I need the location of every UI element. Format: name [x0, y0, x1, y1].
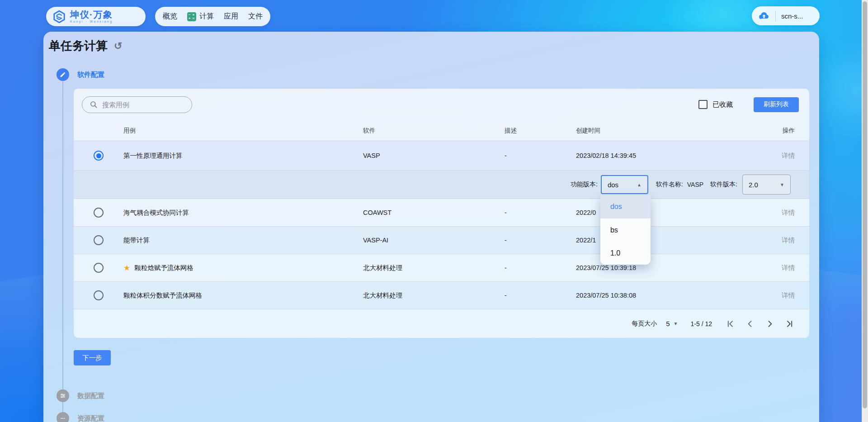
software-version-select[interactable]: 2.0 ▼ [742, 175, 791, 194]
app-window: 坤仪·万象 Kunyi · Wanxiang 概览 − ×+ = 计算 应用 文… [0, 0, 868, 422]
step-resource-config: 资源配置 [57, 412, 104, 422]
scrollbar-track[interactable] [862, 0, 868, 422]
radio-button[interactable] [94, 263, 104, 273]
scrollbar-thumb[interactable] [863, 1, 867, 408]
radio-button[interactable] [94, 208, 104, 218]
user-button[interactable]: scn-s... [752, 6, 820, 25]
feature-version-select[interactable]: dos ▲ dos bs 1.0 [601, 175, 648, 194]
last-page-icon[interactable] [785, 319, 794, 328]
created-time: 2023/07/25 10:38:08 [576, 292, 757, 299]
page-title: 单任务计算 [49, 38, 108, 54]
main-panel: 单任务计算 ↺ 软件配置 [43, 32, 819, 422]
created-time: 2023/07/25 10:39:18 [576, 264, 757, 271]
pencil-icon [57, 68, 69, 81]
detail-link[interactable]: 详情 [782, 209, 795, 216]
usecase-name: 第一性原理通用计算 [123, 152, 183, 160]
table-row[interactable]: ★ 颗粒焓赋予流体网格 北大材料处理 - 2023/07/25 10:39:18… [74, 254, 809, 281]
step-connector [62, 81, 63, 389]
logo-title: 坤仪·万象 [70, 10, 113, 19]
nav-item-overview[interactable]: 概览 [163, 12, 177, 21]
header-cell-software: 软件 [363, 127, 505, 135]
nav-item-files[interactable]: 文件 [248, 12, 263, 21]
usecase-name: 能带计算 [123, 236, 150, 245]
dropdown-option-dos[interactable]: dos [600, 195, 651, 218]
step-label: 数据配置 [77, 392, 104, 400]
feature-version-value: dos [608, 181, 618, 189]
ellipsis-icon [57, 412, 69, 422]
software-name: 北大材料处理 [363, 264, 505, 272]
step-label: 资源配置 [77, 414, 104, 422]
step-label: 软件配置 [77, 71, 104, 79]
nav-item-compute[interactable]: − ×+ = 计算 [187, 12, 214, 21]
logo-subtitle: Kunyi · Wanxiang [70, 20, 113, 23]
header-cell-created: 创建时间 [576, 127, 757, 135]
hexagon-logo-icon [52, 10, 66, 24]
chevron-up-icon: ▲ [637, 182, 642, 187]
search-icon [90, 100, 98, 109]
software-name-value: VASP [687, 181, 703, 188]
logo: 坤仪·万象 Kunyi · Wanxiang [46, 7, 146, 26]
refresh-icon[interactable]: ↺ [114, 40, 122, 52]
radio-button[interactable] [94, 235, 104, 245]
table-body: 第一性原理通用计算 VASP - 2023/02/18 14:39:45 详情 … [74, 141, 809, 309]
feature-version-dropdown: dos bs 1.0 [600, 195, 651, 265]
detail-link[interactable]: 详情 [782, 292, 795, 299]
software-name: 北大材料处理 [363, 291, 505, 300]
dropdown-option-bs[interactable]: bs [600, 218, 651, 242]
software-name: VASP-AI [363, 237, 505, 244]
first-page-icon[interactable] [726, 319, 735, 328]
table-header: 用例 软件 描述 创建时间 操作 [74, 120, 809, 141]
next-step-button[interactable]: 下一步 [74, 350, 111, 365]
star-icon: ★ [123, 264, 130, 272]
feature-version-label: 功能版本: [571, 180, 598, 189]
search-field[interactable] [102, 101, 170, 109]
detail-link[interactable]: 详情 [782, 264, 795, 271]
description: - [505, 237, 576, 244]
search-input[interactable] [82, 96, 192, 113]
sliders-icon [57, 389, 69, 402]
header-cell-action: 操作 [757, 127, 809, 135]
software-name-label: 软件名称: [656, 180, 683, 189]
calculator-icon: − ×+ = [187, 12, 196, 21]
created-time: 2023/02/18 14:39:45 [576, 152, 757, 159]
nav-item-label: 计算 [199, 12, 214, 21]
radio-button[interactable] [94, 290, 104, 300]
nav-item-apps[interactable]: 应用 [224, 12, 238, 21]
nav-item-label: 应用 [224, 12, 238, 21]
dropdown-option-1-0[interactable]: 1.0 [600, 242, 651, 265]
table-row[interactable]: 第一性原理通用计算 VASP - 2023/02/18 14:39:45 详情 [74, 141, 809, 170]
software-version-value: 2.0 [749, 181, 758, 189]
step-software-config: 软件配置 [57, 68, 104, 81]
software-config-row: 功能版本: dos ▲ dos bs 1.0 软件名称: VASP [74, 170, 809, 199]
user-label: scn-s... [781, 12, 803, 20]
detail-link[interactable]: 详情 [782, 237, 795, 244]
table-row[interactable]: 颗粒体积分数赋予流体网格 北大材料处理 - 2023/07/25 10:38:0… [74, 281, 809, 309]
next-page-icon[interactable] [765, 319, 774, 328]
favorites-filter[interactable]: 已收藏 [698, 100, 733, 109]
page-size-value[interactable]: 5 [666, 320, 670, 327]
usecase-name: 颗粒焓赋予流体网格 [134, 264, 193, 272]
table-row[interactable]: 能带计算 VASP-AI - 2022/1 详情 [74, 226, 809, 254]
chevron-down-icon: ▼ [780, 182, 784, 187]
step-connector [62, 402, 63, 412]
table-row[interactable]: 海气耦合模式协同计算 COAWST - 2022/0 详情 [74, 199, 809, 226]
software-version-label: 软件版本: [710, 180, 737, 189]
cloud-upload-icon [758, 10, 770, 22]
refresh-list-button[interactable]: 刷新列表 [754, 97, 799, 112]
nav-item-label: 概览 [163, 12, 177, 21]
usecase-card: 已收藏 刷新列表 用例 软件 描述 创建时间 操作 第一性原理通用计算 V [74, 89, 809, 338]
top-nav: 概览 − ×+ = 计算 应用 文件 [155, 7, 270, 26]
step-data-config: 数据配置 [57, 389, 104, 402]
pagination-bar: 每页大小 5 ▼ 1-5 / 12 [74, 309, 809, 338]
radio-button[interactable] [94, 151, 104, 161]
software-name: COAWST [363, 209, 505, 216]
detail-link[interactable]: 详情 [782, 152, 795, 159]
favorites-checkbox[interactable] [698, 100, 708, 109]
usecase-name: 颗粒体积分数赋予流体网格 [123, 291, 202, 300]
software-name: VASP [363, 152, 505, 159]
favorites-label: 已收藏 [712, 100, 733, 109]
chevron-down-icon[interactable]: ▼ [674, 321, 678, 326]
divider [775, 10, 776, 21]
previous-page-icon[interactable] [745, 319, 755, 328]
nav-item-label: 文件 [248, 12, 263, 21]
